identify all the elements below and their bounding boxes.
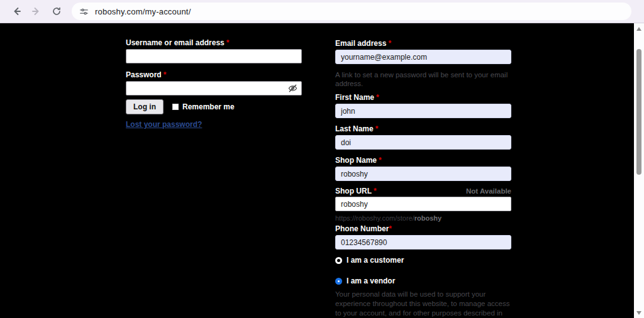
required-asterisk: *	[164, 70, 167, 79]
password-label: Password*	[126, 71, 302, 79]
shop-name-label: Shop Name*	[335, 156, 511, 165]
lost-password-link[interactable]: Lost your password?	[126, 120, 202, 129]
phone-input[interactable]	[335, 235, 511, 249]
vertical-scrollbar[interactable]	[634, 23, 644, 318]
username-label: Username or email address*	[126, 39, 302, 47]
role-customer-label: I am a customer	[347, 256, 404, 265]
forward-icon[interactable]	[28, 3, 45, 20]
browser-window: roboshy.com/my-account/ Username or emai…	[0, 0, 644, 318]
register-form: Email address* A link to set a new passw…	[335, 40, 511, 318]
radio-on-icon[interactable]	[335, 278, 342, 285]
remember-me-checkbox[interactable]: Remember me	[172, 102, 235, 111]
required-asterisk: *	[388, 39, 391, 48]
scroll-down-icon[interactable]	[634, 309, 644, 317]
required-asterisk: *	[375, 124, 379, 133]
first-name-input[interactable]	[335, 104, 511, 118]
email-label: Email address*	[335, 40, 511, 48]
scroll-up-icon[interactable]	[634, 25, 644, 33]
username-input[interactable]	[126, 49, 302, 63]
email-input[interactable]	[335, 50, 511, 64]
login-form: Username or email address* Password* Log…	[126, 39, 302, 129]
role-customer-radio[interactable]: I am a customer	[335, 256, 511, 265]
role-vendor-label: I am a vendor	[347, 277, 395, 285]
back-icon[interactable]	[8, 3, 25, 20]
last-name-input[interactable]	[335, 135, 511, 150]
shop-url-preview: https://roboshy.com/store/roboshy	[335, 214, 511, 222]
required-asterisk: *	[226, 38, 230, 47]
phone-label: Phone Number*	[335, 225, 511, 233]
url-text[interactable]: roboshy.com/my-account/	[95, 7, 191, 16]
checkbox-icon[interactable]	[172, 104, 179, 110]
page-content: Username or email address* Password* Log…	[0, 23, 634, 318]
shop-url-label: Shop URL*	[335, 187, 377, 195]
reload-icon[interactable]	[48, 3, 65, 20]
shop-url-input[interactable]	[335, 197, 511, 211]
remember-me-label: Remember me	[182, 102, 235, 111]
required-asterisk: *	[376, 93, 379, 102]
site-settings-icon[interactable]	[79, 7, 89, 16]
eye-slash-icon[interactable]	[288, 84, 297, 96]
scrollbar-thumb[interactable]	[636, 49, 641, 175]
role-vendor-radio[interactable]: I am a vendor	[335, 277, 511, 285]
required-asterisk: *	[374, 187, 377, 195]
first-name-label: First Name*	[335, 94, 511, 102]
required-asterisk: *	[389, 224, 392, 233]
password-input[interactable]	[126, 81, 302, 96]
privacy-notice: Your personal data will be used to suppo…	[335, 290, 514, 318]
radio-off-icon[interactable]	[335, 257, 342, 264]
login-button[interactable]: Log in	[126, 99, 164, 114]
browser-toolbar: roboshy.com/my-account/	[0, 0, 644, 23]
required-asterisk: *	[379, 156, 382, 165]
shop-url-status: Not Available	[466, 187, 511, 195]
email-helper-text: A link to set a new password will be sen…	[335, 70, 511, 88]
url-bar[interactable]: roboshy.com/my-account/	[72, 3, 631, 20]
last-name-label: Last Name*	[335, 125, 511, 133]
shop-name-input[interactable]	[335, 167, 511, 181]
